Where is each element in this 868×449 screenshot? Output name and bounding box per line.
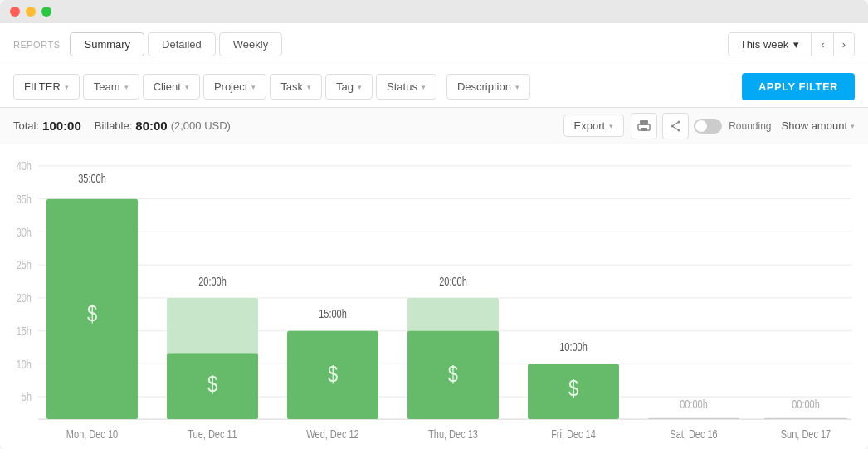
- minimize-btn[interactable]: [26, 7, 36, 17]
- filter-team-btn[interactable]: Team ▾: [83, 74, 139, 100]
- svg-text:00:00h: 00:00h: [792, 398, 820, 412]
- reports-label: REPORTS: [13, 40, 60, 50]
- svg-text:Thu, Dec 13: Thu, Dec 13: [428, 428, 478, 442]
- total-label: Total:: [13, 120, 39, 132]
- svg-text:Tue, Dec 11: Tue, Dec 11: [188, 428, 237, 442]
- svg-text:15:00h: 15:00h: [319, 308, 347, 321]
- export-arrow: ▾: [609, 122, 613, 130]
- filter-project-arrow: ▾: [251, 83, 256, 91]
- filter-row: FILTER ▾ Team ▾ Client ▾ Project ▾ Task …: [0, 66, 868, 108]
- week-dropdown-arrow: ▾: [793, 38, 799, 51]
- show-amount-btn[interactable]: Show amount ▾: [782, 120, 856, 132]
- filter-tag-btn[interactable]: Tag ▾: [325, 74, 373, 100]
- svg-text:25h: 25h: [17, 259, 32, 272]
- rounding-label: Rounding: [729, 120, 771, 132]
- svg-text:$: $: [568, 374, 578, 400]
- filter-status-label: Status: [387, 81, 417, 93]
- filter-label: FILTER: [24, 81, 61, 93]
- filter-task-btn[interactable]: Task ▾: [270, 74, 322, 100]
- apply-filter-button[interactable]: APPLY FILTER: [742, 73, 855, 100]
- svg-text:00:00h: 00:00h: [680, 398, 708, 412]
- bar-sun: [764, 418, 847, 419]
- filter-task-arrow: ▾: [307, 83, 311, 91]
- filter-team-label: Team: [94, 81, 120, 93]
- filter-client-label: Client: [154, 81, 181, 93]
- svg-line-7: [672, 122, 679, 126]
- svg-point-3: [646, 125, 648, 127]
- toggle-knob: [695, 120, 707, 132]
- svg-text:20h: 20h: [17, 292, 32, 305]
- filter-status-btn[interactable]: Status ▾: [376, 74, 436, 100]
- svg-text:15h: 15h: [17, 325, 32, 339]
- svg-text:$: $: [328, 361, 338, 387]
- svg-text:35:00h: 35:00h: [78, 173, 106, 186]
- maximize-btn[interactable]: [41, 7, 51, 17]
- titlebar: [0, 0, 868, 23]
- export-button[interactable]: Export ▾: [563, 115, 625, 137]
- svg-text:5h: 5h: [22, 391, 32, 404]
- week-nav: ‹ ›: [812, 33, 854, 56]
- header-row: REPORTS Summary Detailed Weekly This wee…: [0, 23, 868, 66]
- billable-label: Billable:: [95, 120, 133, 132]
- filter-tag-arrow: ▾: [358, 83, 362, 91]
- bar-sat: [648, 418, 739, 419]
- svg-text:Wed, Dec 12: Wed, Dec 12: [306, 428, 358, 442]
- share-icon: [669, 120, 682, 133]
- svg-text:35h: 35h: [17, 193, 32, 207]
- svg-text:$: $: [207, 370, 217, 396]
- svg-text:20:00h: 20:00h: [439, 275, 467, 288]
- tabs-container: Summary Detailed Weekly: [70, 32, 282, 56]
- svg-text:10:00h: 10:00h: [559, 341, 588, 354]
- filter-team-arrow: ▾: [124, 83, 129, 91]
- filter-description-label: Description: [457, 81, 511, 93]
- week-prev-btn[interactable]: ‹: [812, 33, 832, 56]
- filter-main-arrow: ▾: [65, 83, 69, 91]
- chart-area: 40h 35h 30h 25h 20h 15h 10h 5h: [0, 144, 868, 449]
- chart-inner: 40h 35h 30h 25h 20h 15h 10h 5h: [13, 151, 855, 449]
- total-value: 100:00: [42, 119, 81, 133]
- svg-line-8: [672, 126, 679, 130]
- svg-text:Sat, Dec 16: Sat, Dec 16: [670, 428, 717, 442]
- tab-detailed[interactable]: Detailed: [148, 32, 216, 56]
- filter-main-btn[interactable]: FILTER ▾: [13, 74, 80, 100]
- rounding-toggle-wrapper: Rounding: [694, 119, 771, 134]
- filter-client-arrow: ▾: [185, 83, 189, 91]
- svg-text:30h: 30h: [17, 226, 32, 239]
- svg-text:$: $: [448, 361, 458, 387]
- week-label-btn[interactable]: This week ▾: [729, 33, 812, 56]
- bar-chart: 40h 35h 30h 25h 20h 15h 10h 5h: [13, 151, 855, 449]
- week-label-text: This week: [740, 38, 789, 51]
- summary-bar: Total: 100:00 Billable: 80:00 (2,000 USD…: [0, 108, 868, 144]
- svg-text:20:00h: 20:00h: [198, 275, 227, 288]
- filter-tag-label: Tag: [336, 81, 354, 93]
- print-button[interactable]: [631, 113, 657, 139]
- tab-summary[interactable]: Summary: [70, 32, 144, 56]
- tab-weekly[interactable]: Weekly: [219, 32, 282, 56]
- share-button[interactable]: [662, 113, 689, 139]
- show-amount-arrow: ▾: [851, 122, 855, 130]
- week-selector: This week ▾ ‹ ›: [728, 32, 855, 56]
- print-icon: [637, 120, 651, 133]
- filter-project-label: Project: [214, 81, 247, 93]
- svg-text:$: $: [87, 300, 97, 325]
- filter-description-btn[interactable]: Description ▾: [446, 74, 530, 100]
- billable-usd: (2,000 USD): [171, 120, 231, 132]
- filter-description-arrow: ▾: [515, 83, 519, 91]
- week-next-btn[interactable]: ›: [833, 33, 854, 56]
- svg-text:10h: 10h: [17, 358, 32, 371]
- svg-text:40h: 40h: [17, 160, 32, 173]
- svg-text:Sun, Dec 17: Sun, Dec 17: [781, 428, 831, 442]
- filter-task-label: Task: [280, 81, 303, 93]
- filter-project-btn[interactable]: Project ▾: [203, 74, 266, 100]
- svg-text:Fri, Dec 14: Fri, Dec 14: [551, 428, 596, 442]
- app-window: REPORTS Summary Detailed Weekly This wee…: [0, 0, 868, 449]
- billable-value: 80:00: [135, 119, 167, 133]
- svg-text:Mon, Dec 10: Mon, Dec 10: [66, 428, 118, 442]
- export-label: Export: [574, 120, 606, 132]
- filter-client-btn[interactable]: Client ▾: [143, 74, 200, 100]
- svg-rect-2: [641, 128, 647, 131]
- rounding-toggle[interactable]: [694, 119, 722, 134]
- show-amount-label: Show amount: [782, 120, 848, 132]
- filter-status-arrow: ▾: [422, 83, 426, 91]
- close-btn[interactable]: [10, 7, 20, 17]
